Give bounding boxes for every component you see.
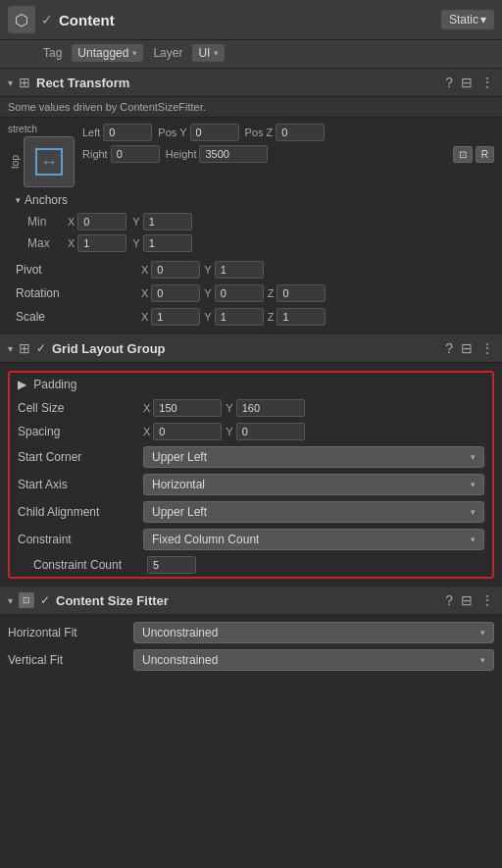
content-size-fitter-settings-icon[interactable]: ⊟: [461, 592, 473, 608]
rect-transform-section-header[interactable]: ▾ ⊞ Rect Transform ? ⊟ ⋮: [0, 69, 502, 97]
anchor-min-x-field: X: [68, 213, 126, 230]
pivot-label: Pivot: [16, 263, 133, 277]
rect-transform-help-icon[interactable]: ?: [445, 75, 453, 90]
spacing-x-label: X: [143, 426, 150, 437]
pivot-row: Pivot X Y: [8, 258, 494, 281]
horizontal-fit-arrow: ▾: [480, 628, 485, 638]
rotation-x-input[interactable]: [151, 284, 200, 302]
static-dropdown[interactable]: Static ▾: [441, 10, 494, 29]
pivot-y-label: Y: [204, 264, 211, 276]
right-input[interactable]: [111, 145, 160, 163]
start-axis-value: Horizontal: [152, 478, 205, 491]
spacing-x-input[interactable]: [153, 423, 222, 440]
anchor-max-x-input[interactable]: [77, 234, 126, 252]
scale-value: X Y Z: [141, 308, 486, 326]
start-corner-dropdown[interactable]: Upper Left ▾: [143, 446, 484, 468]
content-size-fitter-more-icon[interactable]: ⋮: [480, 592, 494, 608]
rotation-z-input[interactable]: [276, 284, 326, 302]
content-size-fitter-icon: ⊡: [19, 592, 34, 608]
grid-layout-active-checkbox[interactable]: ✓: [36, 341, 46, 355]
rotation-x-field: X: [141, 284, 200, 302]
padding-row: ▶ Padding: [10, 373, 492, 396]
anchor-visual-box[interactable]: ↔: [24, 136, 75, 187]
rotation-label: Rotation: [16, 286, 133, 300]
start-corner-row: Start Corner Upper Left ▾: [10, 443, 492, 471]
stretch-label: stretch: [8, 124, 37, 134]
anchor-min-x-input[interactable]: [77, 213, 126, 230]
rt-fields-group: Left Pos Y Pos Z Right: [82, 124, 494, 163]
horizontal-fit-dropdown[interactable]: Unconstrained ▾: [133, 622, 494, 643]
anchors-title[interactable]: ▾ Anchors: [16, 191, 486, 211]
grid-layout-title: Grid Layout Group: [52, 341, 439, 356]
posz-input[interactable]: [276, 124, 325, 141]
anchor-min-y-input[interactable]: [143, 213, 192, 230]
rect-transform-more-icon[interactable]: ⋮: [480, 75, 494, 90]
grid-layout-more-icon[interactable]: ⋮: [480, 340, 494, 356]
rt-row-1: Left Pos Y Pos Z: [82, 124, 494, 141]
height-input[interactable]: [199, 145, 268, 163]
anchor-min-y-label: Y: [132, 216, 139, 228]
cell-size-value: X Y: [143, 399, 484, 417]
rt-row-2: Right Height ⊡ R: [82, 145, 494, 163]
constraint-dropdown[interactable]: Fixed Column Count ▾: [143, 529, 484, 550]
content-size-fitter-section-header[interactable]: ▾ ⊡ ✓ Content Size Fitter ? ⊟ ⋮: [0, 587, 502, 615]
vertical-fit-row: Vertical Fit Unconstrained ▾: [0, 646, 502, 674]
anchors-collapse-arrow: ▾: [16, 195, 21, 205]
start-axis-dropdown[interactable]: Horizontal ▾: [143, 474, 484, 495]
rect-transform-info: Some values driven by ContentSizeFitter.: [0, 97, 502, 118]
grid-layout-panel: ▶ Padding Cell Size X Y Spacing: [0, 363, 502, 587]
start-axis-row: Start Axis Horizontal ▾: [10, 471, 492, 498]
anchor-visual-area: stretch top ↔: [8, 124, 76, 187]
scale-x-input[interactable]: [151, 308, 200, 326]
grid-layout-settings-icon[interactable]: ⊟: [461, 340, 473, 356]
scale-z-input[interactable]: [276, 308, 326, 326]
content-size-fitter-active-checkbox[interactable]: ✓: [40, 593, 50, 607]
grid-layout-section-header[interactable]: ▾ ⊞ ✓ Grid Layout Group ? ⊟ ⋮: [0, 334, 502, 363]
content-size-fitter-title: Content Size Fitter: [56, 593, 439, 608]
left-field: Left: [82, 124, 152, 141]
vertical-fit-dropdown[interactable]: Unconstrained ▾: [133, 649, 494, 671]
constraint-count-input[interactable]: [147, 556, 196, 574]
constraint-arrow: ▾: [471, 535, 476, 544]
tag-select[interactable]: Untagged ▾: [72, 44, 143, 62]
layer-select[interactable]: UI ▾: [192, 44, 225, 62]
pivot-x-input[interactable]: [151, 261, 200, 279]
child-alignment-dropdown[interactable]: Upper Left ▾: [143, 501, 484, 523]
pivot-y-input[interactable]: [215, 261, 264, 279]
rotation-y-input[interactable]: [215, 284, 264, 302]
cell-size-x-field: X: [143, 399, 222, 417]
reset-button[interactable]: R: [476, 146, 494, 163]
anchor-max-x-field: X: [68, 234, 126, 252]
constraint-row: Constraint Fixed Column Count ▾: [10, 526, 492, 553]
left-input[interactable]: [103, 124, 152, 141]
aspect-ratio-button[interactable]: ⊡: [453, 146, 473, 163]
spacing-y-input[interactable]: [236, 423, 305, 440]
vertical-fit-arrow: ▾: [480, 655, 485, 665]
scale-z-field: Z: [268, 308, 326, 326]
layer-label: Layer: [153, 46, 182, 60]
posy-input[interactable]: [190, 124, 239, 141]
active-checkbox[interactable]: ✓: [41, 12, 53, 27]
rect-transform-title: Rect Transform: [36, 76, 439, 90]
grid-layout-help-icon[interactable]: ?: [445, 340, 453, 356]
layer-select-arrow: ▾: [214, 48, 219, 58]
spacing-x-field: X: [143, 423, 222, 440]
content-size-fitter-panel: Horizontal Fit Unconstrained ▾ Vertical …: [0, 615, 502, 678]
child-alignment-value: Upper Left: [152, 505, 207, 519]
cell-size-x-input[interactable]: [153, 399, 222, 417]
child-alignment-arrow: ▾: [471, 507, 476, 517]
anchors-section: ▾ Anchors Min X Y Max X Y: [8, 187, 494, 258]
spacing-y-label: Y: [226, 426, 232, 437]
cell-size-y-input[interactable]: [236, 399, 305, 417]
pivot-x-label: X: [141, 264, 148, 276]
start-axis-arrow: ▾: [471, 480, 476, 489]
rect-transform-settings-icon[interactable]: ⊟: [461, 75, 473, 90]
content-size-fitter-help-icon[interactable]: ?: [445, 592, 453, 608]
scale-y-input[interactable]: [215, 308, 264, 326]
spacing-y-field: Y: [226, 423, 304, 440]
anchor-max-y-input[interactable]: [143, 234, 192, 252]
top-label: top: [10, 155, 21, 169]
static-dropdown-arrow: ▾: [480, 13, 486, 26]
height-label: Height: [166, 148, 197, 160]
child-alignment-row: Child Alignment Upper Left ▾: [10, 498, 492, 526]
